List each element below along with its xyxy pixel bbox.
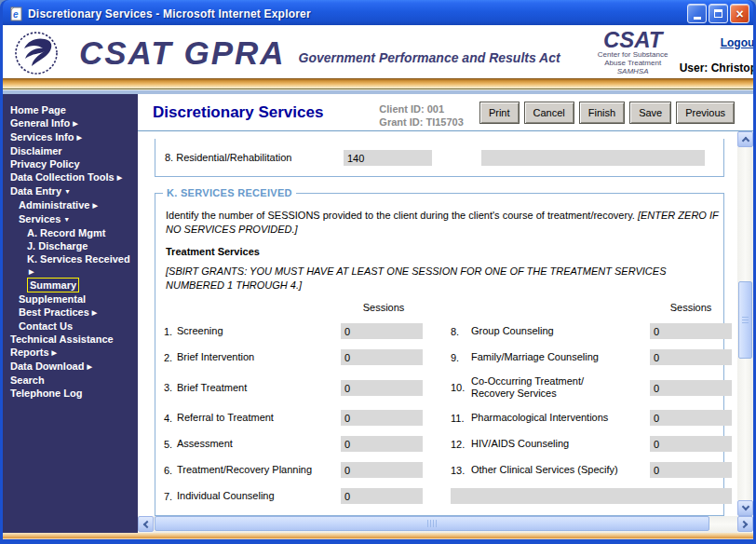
screening-label: Screening xyxy=(177,325,341,337)
sidebar-item-record-mgmt[interactable]: A. Record Mgmt xyxy=(3,226,138,239)
close-button[interactable]: × xyxy=(730,4,749,23)
service-row: 4. Referral to Treatment 11. Pharmacolog… xyxy=(164,410,715,426)
sidebar-item-general-info[interactable]: General Info▶ xyxy=(3,116,138,130)
sessions-header-row: Sessions Sessions xyxy=(164,302,715,313)
orange-divider xyxy=(3,78,753,89)
scroll-left-icon xyxy=(143,520,151,527)
content-area: Home Page General Info▶ Services Info▶ D… xyxy=(3,94,753,533)
sidebar-item-search[interactable]: Search xyxy=(3,374,138,387)
individual-counseling-sessions-field[interactable] xyxy=(341,488,423,504)
sidebar-item-contact-us[interactable]: Contact Us xyxy=(3,320,138,333)
sidebar-item-services[interactable]: Services▼ xyxy=(3,212,138,226)
service-row: 6. Treatment/Recovery Planning 13. Other… xyxy=(164,462,715,478)
client-grant-ids: Client ID: 001 Grant ID: TI15703 xyxy=(379,102,463,129)
minimize-button[interactable] xyxy=(687,4,707,23)
hhs-logo xyxy=(12,30,66,76)
sessions-column-header-right: Sessions xyxy=(650,302,732,313)
submenu-arrow-icon: ▼ xyxy=(63,216,70,223)
title-bar: e Discretionary Services - Microsoft Int… xyxy=(3,0,753,25)
sidebar-item-privacy-policy[interactable]: Privacy Policy xyxy=(3,157,138,170)
scroll-right-icon xyxy=(740,520,748,527)
sidebar-item-data-collection-tools[interactable]: Data Collection Tools▶ xyxy=(3,170,138,184)
sbirt-note: [SBIRT GRANTS: YOU MUST HAVE AT LEAST ON… xyxy=(166,265,724,292)
residential-rehabilitation-extra-field[interactable] xyxy=(481,150,705,166)
sidebar-item-home-page[interactable]: Home Page xyxy=(3,103,138,116)
print-button[interactable]: Print xyxy=(479,102,520,124)
page-header: Discretionary Services Client ID: 001 Gr… xyxy=(138,94,753,130)
residential-rehabilitation-field[interactable] xyxy=(344,150,432,166)
group-counseling-sessions-field[interactable] xyxy=(650,323,732,339)
other-clinical-services-specify-field[interactable] xyxy=(451,488,732,504)
sidebar-item-administrative[interactable]: Administrative▶ xyxy=(3,198,138,212)
sidebar-item-supplemental[interactable]: Supplemental xyxy=(3,292,138,306)
scroll-up-button[interactable] xyxy=(737,131,753,147)
assessment-label: Assessment xyxy=(177,438,341,450)
client-id: Client ID: 001 xyxy=(379,102,463,116)
sidebar-item-discharge[interactable]: J. Discharge xyxy=(3,239,138,252)
family-marriage-counseling-sessions-field[interactable] xyxy=(650,349,732,365)
brand-tagline: Government Performance and Results Act xyxy=(299,50,560,65)
previous-button[interactable]: Previous xyxy=(676,102,735,124)
family-marriage-counseling-label: Family/Marriage Counseling xyxy=(471,351,650,363)
service-row: 1. Screening 8. Group Counseling xyxy=(164,323,715,339)
scroll-down-button[interactable] xyxy=(737,500,753,516)
brief-treatment-sessions-field[interactable] xyxy=(341,380,423,396)
csat-logo-acronym: CSAT xyxy=(587,30,680,50)
scroll-right-button[interactable] xyxy=(737,516,753,532)
browser-window: e Discretionary Services - Microsoft Int… xyxy=(0,0,756,544)
sidebar-item-services-received[interactable]: K. Services Received▶ xyxy=(3,252,138,278)
sidebar-item-services-info[interactable]: Services Info▶ xyxy=(3,130,138,144)
sidebar-item-reports[interactable]: Reports▶ xyxy=(3,346,138,360)
sidebar-item-summary[interactable]: Summary xyxy=(3,278,138,292)
app-header: CSAT GPRA Government Performance and Res… xyxy=(3,25,753,78)
vertical-scroll-track[interactable] xyxy=(737,147,753,500)
co-occurring-treatment-sessions-field[interactable] xyxy=(650,380,732,396)
pharmacological-interventions-sessions-field[interactable] xyxy=(650,410,732,426)
submenu-arrow-icon: ▶ xyxy=(117,174,122,181)
csat-samhsa-logo: CSAT Center for Substance Abuse Treatmen… xyxy=(587,30,680,75)
save-button[interactable]: Save xyxy=(629,102,671,124)
group-counseling-label: Group Counseling xyxy=(471,325,650,337)
scroll-up-icon xyxy=(741,137,749,144)
sidebar-item-data-entry[interactable]: Data Entry▼ xyxy=(3,184,138,198)
other-clinical-services-sessions-field[interactable] xyxy=(650,462,732,478)
maximize-button[interactable] xyxy=(709,4,728,23)
hiv-aids-counseling-sessions-field[interactable] xyxy=(650,436,732,452)
active-item-outline: Summary xyxy=(27,278,79,292)
csat-logo-line3: SAMHSA xyxy=(587,67,680,75)
sidebar-item-best-practices[interactable]: Best Practices▶ xyxy=(3,306,138,320)
vertical-scroll-thumb[interactable] xyxy=(738,281,752,359)
other-clinical-services-label: Other Clinical Services (Specify) xyxy=(471,464,650,476)
csat-logo-line2: Abuse Treatment xyxy=(587,59,680,67)
action-buttons: Print Cancel Finish Save Previous xyxy=(479,102,735,124)
vertical-scrollbar[interactable] xyxy=(737,131,753,516)
sidebar-item-technical-assistance[interactable]: Technical Assistance xyxy=(3,333,138,346)
assessment-sessions-field[interactable] xyxy=(341,436,423,452)
submenu-arrow-icon: ▶ xyxy=(76,134,81,141)
grant-id: Grant ID: TI15703 xyxy=(379,116,463,129)
sidebar-item-disclaimer[interactable]: Disclaimer xyxy=(3,144,138,157)
close-icon: × xyxy=(736,7,743,20)
horizontal-scroll-thumb[interactable] xyxy=(155,516,709,531)
submenu-arrow-icon: ▶ xyxy=(92,202,97,209)
screening-sessions-field[interactable] xyxy=(341,323,423,339)
brief-treatment-label: Brief Treatment xyxy=(177,382,341,394)
scroll-left-button[interactable] xyxy=(138,516,154,532)
logout-link[interactable]: Logout xyxy=(721,36,753,49)
sidebar-item-telephone-log[interactable]: Telephone Log xyxy=(3,387,138,400)
horizontal-scroll-track[interactable] xyxy=(154,516,737,533)
cancel-button[interactable]: Cancel xyxy=(524,102,574,124)
minimize-icon xyxy=(694,17,701,20)
brief-intervention-sessions-field[interactable] xyxy=(341,349,423,365)
finish-button[interactable]: Finish xyxy=(579,102,625,124)
submenu-arrow-icon: ▶ xyxy=(87,363,91,370)
internet-explorer-icon: e xyxy=(8,7,23,21)
referral-to-treatment-sessions-field[interactable] xyxy=(341,410,423,426)
browser-viewport: CSAT GPRA Government Performance and Res… xyxy=(3,25,753,539)
horizontal-scrollbar[interactable] xyxy=(138,516,753,533)
logged-in-user: User: Christopher Shumway xyxy=(680,61,753,75)
submenu-arrow-icon: ▼ xyxy=(64,188,71,195)
sidebar-item-data-download[interactable]: Data Download▶ xyxy=(3,360,138,374)
treatment-recovery-planning-sessions-field[interactable] xyxy=(341,462,423,478)
treatment-services-subtitle: Treatment Services xyxy=(166,246,713,257)
